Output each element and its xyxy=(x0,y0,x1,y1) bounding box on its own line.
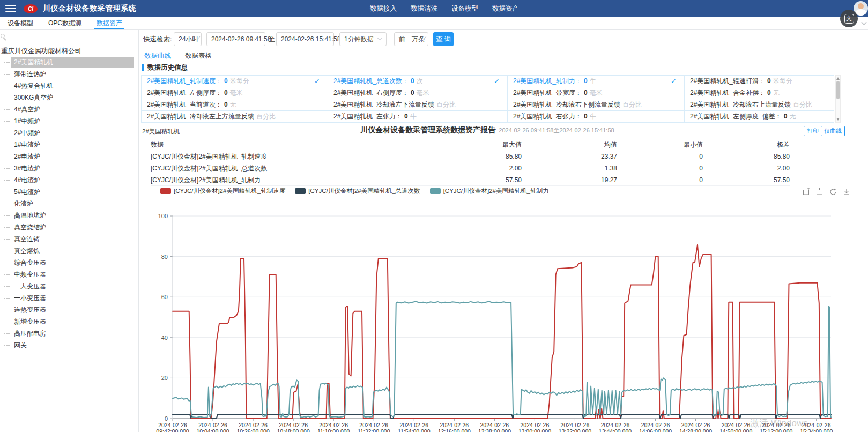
sidebar-item-5[interactable]: 4#真空炉 xyxy=(11,104,134,115)
history-tag-cell-4[interactable]: 2#美国精轧机_辊速打滑：0米每分 xyxy=(685,76,834,87)
nav-item-data-clean[interactable]: 数据清洗 xyxy=(411,4,437,13)
sidebar-item-4[interactable]: 300KG真空炉 xyxy=(11,92,134,103)
zoom-select-icon[interactable] xyxy=(802,188,811,196)
checkmark-icon: ✓ xyxy=(314,76,320,87)
sidebar-item-1[interactable]: 2#美国精轧机 xyxy=(11,57,134,68)
sidebar-item-22[interactable]: 连热变压器 xyxy=(11,304,134,315)
sidebar-item-13[interactable]: 化渣炉 xyxy=(11,198,134,209)
download-icon[interactable] xyxy=(842,188,851,196)
tree-root-company[interactable]: 重庆川仪金属功能材料公司 xyxy=(1,47,138,56)
sidebar-item-12[interactable]: 5#电渣炉 xyxy=(11,187,134,197)
sidebar-item-8[interactable]: 1#电渣炉 xyxy=(11,139,134,150)
history-tag-cell-12[interactable]: 2#美国精轧机_冷却液右上流量反馈百分比 xyxy=(685,99,834,111)
svg-text:2024-02-26: 2024-02-26 xyxy=(399,422,428,428)
sidebar-item-7[interactable]: 2#中频炉 xyxy=(11,128,134,138)
report-divider xyxy=(141,137,838,137)
svg-text:13:22:00.000: 13:22:00.000 xyxy=(559,428,591,432)
tab-opc-source[interactable]: OPC数据源 xyxy=(41,17,89,29)
history-tag-cell-16[interactable]: 2#美国精轧机_左侧厚度_偏差：0无 xyxy=(685,111,834,123)
end-datetime-input[interactable]: 2024-02-26 15:41:58 xyxy=(276,32,334,46)
stats-table: 数据最大值均值最小值极差 [CYJC/川仪金材]2#美国精轧机_轧制速度85.8… xyxy=(151,139,790,186)
legend-item-force[interactable]: [CYJC/川仪金材]2#美国精轧机_轧制力 xyxy=(430,187,549,195)
sidebar-item-11[interactable]: 4#电渣炉 xyxy=(11,175,134,185)
sidebar-item-9[interactable]: 2#电渣炉 xyxy=(11,151,134,162)
svg-text:13:00:00.000: 13:00:00.000 xyxy=(518,428,551,432)
history-tag-cell-1[interactable]: 2#美国精轧机_轧制速度：0米每分✓ xyxy=(142,76,328,87)
sidebar-item-16[interactable]: 真空连铸 xyxy=(11,234,134,244)
grid-scrollbar[interactable] xyxy=(835,75,841,123)
tab-device-model[interactable]: 设备模型 xyxy=(0,17,41,29)
curve-only-button[interactable]: 仅曲线 xyxy=(821,126,845,136)
sidebar-item-24[interactable]: 高压配电房 xyxy=(11,328,134,339)
svg-text:14:28:00.000: 14:28:00.000 xyxy=(679,428,712,432)
line-chart[interactable]: 0204060801002024-02-2609:42:00.0002024-0… xyxy=(139,196,866,432)
sidebar-item-25[interactable]: 网关 xyxy=(11,340,134,351)
print-button[interactable]: 打印 xyxy=(804,126,822,136)
query-button[interactable]: 查 询 xyxy=(433,32,454,46)
svg-text:2024-02-26: 2024-02-26 xyxy=(158,422,187,428)
svg-text:14:06:00.000: 14:06:00.000 xyxy=(639,428,672,432)
hamburger-menu-icon[interactable] xyxy=(5,5,16,12)
sidebar-item-19[interactable]: 中频变压器 xyxy=(11,269,134,280)
history-tag-cell-13[interactable]: 2#美国精轧机_冷却液左上方流量反馈百分比 xyxy=(142,111,328,123)
history-tag-cell-2[interactable]: 2#美国精轧机_总道次数：0次✓ xyxy=(328,76,508,87)
quick-range-select[interactable]: 24小时 xyxy=(174,32,202,46)
scroll-thumb[interactable] xyxy=(836,81,840,99)
history-tag-cell-11[interactable]: 2#美国精轧机_冷却液右下侧流量反馈百分比 xyxy=(508,99,685,111)
limit-select[interactable]: 前一万条 xyxy=(394,32,428,46)
nav-item-data-access[interactable]: 数据接入 xyxy=(370,4,397,13)
sidebar-item-20[interactable]: 一大变压器 xyxy=(11,281,134,292)
sidebar-item-10[interactable]: 3#电渣炉 xyxy=(11,163,134,174)
sidebar-item-15[interactable]: 真空烧结炉 xyxy=(11,222,134,233)
tab-data-curve[interactable]: 数据曲线 xyxy=(144,49,171,63)
legend-item-passes[interactable]: [CYJC/川仪金材]2#美国精轧机_总道次数 xyxy=(295,187,420,195)
sidebar-item-17[interactable]: 真空熔炼 xyxy=(11,245,134,256)
zoom-restore-icon[interactable] xyxy=(815,188,824,196)
svg-text:100: 100 xyxy=(158,213,168,219)
sidebar-item-2[interactable]: 薄带连热炉 xyxy=(11,69,134,79)
svg-text:40: 40 xyxy=(161,334,168,341)
history-tag-cell-5[interactable]: 2#美国精轧机_左侧厚度：0毫米 xyxy=(142,87,328,99)
svg-text:2024-02-26: 2024-02-26 xyxy=(681,422,710,428)
svg-text:14:50:00.000: 14:50:00.000 xyxy=(719,428,752,432)
granularity-select[interactable]: 1分钟数据 xyxy=(339,32,387,46)
search-icon xyxy=(1,34,5,38)
translate-overlay-button[interactable]: 文 xyxy=(840,10,858,27)
sidebar-item-3[interactable]: 4#热复合轧机 xyxy=(11,80,134,91)
history-tag-cell-9[interactable]: 2#美国精轧机_当前道次：0无 xyxy=(142,99,328,111)
svg-text:11:10:00.000: 11:10:00.000 xyxy=(317,428,350,432)
refresh-icon[interactable] xyxy=(829,188,837,196)
svg-text:2024-02-26: 2024-02-26 xyxy=(440,422,469,428)
sidebar-item-18[interactable]: 综合变压器 xyxy=(11,257,134,268)
sidebar-item-6[interactable]: 1#中频炉 xyxy=(11,116,134,126)
start-datetime-input[interactable]: 2024-02-26 09:41:58 xyxy=(206,32,265,46)
sidebar-item-14[interactable]: 高温地坑炉 xyxy=(11,210,134,221)
sidebar-item-21[interactable]: 一小变压器 xyxy=(11,293,134,303)
history-tag-cell-8[interactable]: 2#美国精轧机_合金补偿：0无 xyxy=(685,87,834,99)
scroll-up-icon[interactable] xyxy=(836,77,840,80)
chart-canvas[interactable]: 0204060801002024-02-2609:42:00.0002024-0… xyxy=(139,196,866,432)
report-title: 川仪金材设备数采管理系统数据资产报告 xyxy=(360,125,495,134)
history-tag-cell-6[interactable]: 2#美国精轧机_右侧厚度：0毫米 xyxy=(328,87,508,99)
svg-text:80: 80 xyxy=(161,254,168,260)
history-tag-cell-15[interactable]: 2#美国精轧机_右张力：0牛 xyxy=(508,111,685,123)
tab-data-asset[interactable]: 数据资产 xyxy=(89,17,130,29)
sidebar-item-23[interactable]: 新增变压器 xyxy=(11,316,134,327)
nav-item-data-asset[interactable]: 数据资产 xyxy=(492,4,519,13)
legend-swatch-red xyxy=(160,188,171,194)
history-tag-cell-14[interactable]: 2#美国精轧机_左张力：0牛 xyxy=(328,111,508,123)
svg-text:10:04:00.000: 10:04:00.000 xyxy=(196,428,229,432)
history-tag-cell-10[interactable]: 2#美国精轧机_冷却液左下流量反馈百分比 xyxy=(328,99,508,111)
history-tag-cell-3[interactable]: 2#美国精轧机_轧制力：0牛✓ xyxy=(508,76,685,87)
tab-data-table[interactable]: 数据表格 xyxy=(185,49,212,63)
checkmark-icon: ✓ xyxy=(494,76,500,87)
scroll-down-icon[interactable] xyxy=(836,118,840,121)
nav-item-device-model[interactable]: 设备模型 xyxy=(451,4,478,13)
module-tabbar: 设备模型 OPC数据源 数据资产 xyxy=(0,17,868,30)
legend-swatch-teal xyxy=(430,188,441,194)
svg-text:2024-02-26: 2024-02-26 xyxy=(239,422,268,428)
legend-item-speed[interactable]: [CYJC/川仪金材]2#美国精轧机_轧制速度 xyxy=(160,187,285,195)
sidebar-search-input[interactable] xyxy=(0,32,94,43)
device-tree: 2#美国精轧机薄带连热炉4#热复合轧机300KG真空炉4#真空炉1#中频炉2#中… xyxy=(0,57,138,351)
history-tag-cell-7[interactable]: 2#美国精轧机_带宽度：0毫米 xyxy=(508,87,685,99)
